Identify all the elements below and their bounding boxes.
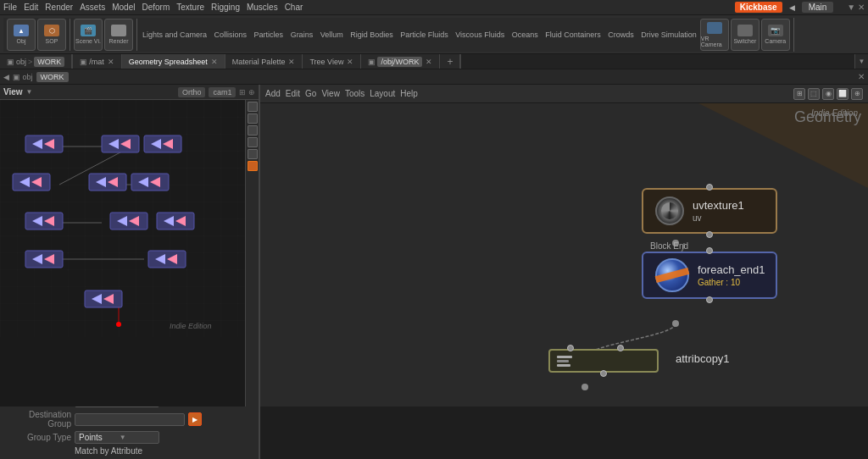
ortho-btn[interactable]: Ortho: [178, 87, 206, 97]
tab-options-btn[interactable]: ▼: [854, 54, 868, 69]
foreach-end-node[interactable]: Block End foreach_end1 Gather : 10: [642, 252, 777, 299]
rigging-menu[interactable]: Rigging: [211, 3, 240, 12]
render-btn[interactable]: Render: [104, 19, 133, 51]
camera-btn[interactable]: 📷 Camera: [761, 19, 790, 51]
sub-toolbar: ◀ ▣ obj WORK ✕: [0, 69, 868, 85]
tab-material-palette[interactable]: Material Palette ✕: [225, 54, 303, 69]
shelf-rigid[interactable]: Rigid Bodies: [350, 30, 393, 39]
dest-group-btn[interactable]: ▶: [188, 412, 202, 426]
window-controls[interactable]: ▼ ✕: [847, 3, 865, 12]
sop-mode-btn[interactable]: ⬡ SOP: [37, 19, 66, 51]
render-menu[interactable]: Render: [45, 3, 73, 12]
shelf-grains[interactable]: Grains: [291, 30, 314, 39]
view-menu-r[interactable]: View: [321, 89, 340, 98]
shelf-pf[interactable]: Particle Fluids: [400, 30, 448, 39]
uvtexture-node[interactable]: uvtexture1 uv: [642, 188, 777, 234]
muscles-menu[interactable]: Muscles: [247, 3, 278, 12]
panel-btn-2[interactable]: [248, 113, 258, 124]
panel-btn-6[interactable]: [248, 161, 258, 171]
obj-mode-btn[interactable]: ▲ Obj: [7, 19, 36, 51]
view-options-btn[interactable]: ▼: [26, 88, 33, 96]
group-type2-dropdown[interactable]: Points▼: [75, 431, 159, 444]
group-type2-row: Group Type Points▼: [3, 431, 255, 444]
tab-geo-spreadsheet[interactable]: Geometry Spreadsheet ✕: [122, 54, 225, 69]
dest-group-row: Destination Group ▶: [3, 410, 255, 429]
uvtexture-sublabel: uv: [693, 213, 744, 223]
main-window-title: Main: [802, 2, 834, 13]
attribcopy-bottom-connector: [600, 370, 607, 377]
tab-tree-view[interactable]: Tree View ✕: [303, 54, 361, 69]
panel-btn-5[interactable]: [248, 149, 258, 159]
right-node-editor: Add Edit Go View Tools Layout Help ⊞ ⬚ ◉…: [260, 85, 868, 406]
view-label: View: [3, 87, 23, 97]
dest-group-input[interactable]: [75, 413, 185, 426]
foreach-end-label: foreach_end1: [698, 263, 765, 276]
shelf-vellum[interactable]: Vellum: [320, 30, 343, 39]
sub-obj-label: ▣ obj: [13, 73, 33, 81]
editor-icon-1[interactable]: ⊞: [793, 88, 805, 100]
uvtexture-label: uvtexture1: [693, 199, 744, 212]
model-menu[interactable]: Model: [112, 3, 135, 12]
attribcopy-top-left-connector: [567, 345, 574, 351]
foreach-top-connector: [706, 247, 713, 254]
editor-zoom-fit[interactable]: ⊕: [851, 88, 863, 100]
edit-menu[interactable]: Edit: [24, 3, 38, 12]
svg-point-43: [116, 322, 121, 327]
sub-toolbar-close[interactable]: ✕: [858, 72, 865, 81]
char-menu[interactable]: Char: [285, 3, 303, 12]
panel-btn-3[interactable]: [248, 125, 258, 135]
left-viewport-panel: View ▼ Ortho cam1 ⊞ ⊕: [0, 85, 260, 406]
tab-work2-close[interactable]: ✕: [426, 58, 432, 66]
tab-row-main: ▣ obj > WORK ▣/mat ✕ Geometry Spreadshee…: [0, 54, 868, 69]
shelf-lights[interactable]: Lights and Camera: [142, 30, 207, 39]
edit-menu-r[interactable]: Edit: [286, 89, 300, 98]
shelf-vf[interactable]: Viscous Fluids: [455, 30, 504, 39]
shelf-particles[interactable]: Particles: [254, 30, 284, 39]
node-editor-canvas[interactable]: Indie Edition Geometry: [260, 103, 868, 406]
uvtexture-top-connector: [706, 184, 713, 191]
scene-btn[interactable]: 🎬 Scene Vi.: [74, 19, 103, 51]
tab-mat-close[interactable]: ✕: [108, 58, 114, 66]
editor-icon-4[interactable]: ⬜: [837, 88, 849, 100]
vr-camera-btn[interactable]: VR Camera: [700, 19, 729, 51]
tab-obj-work[interactable]: ▣ obj > WORK: [0, 54, 72, 69]
shelf-crowds[interactable]: Crowds: [608, 30, 634, 39]
switcher-btn[interactable]: Switcher: [731, 19, 760, 51]
shelf-fc[interactable]: Fluid Containers: [545, 30, 601, 39]
tools-menu[interactable]: Tools: [345, 89, 364, 98]
attribcopy-node[interactable]: attribcopy1: [548, 349, 659, 373]
attribcopy-icon: [557, 356, 572, 367]
viewport-canvas[interactable]: Indie Edition: [0, 100, 259, 406]
foreach-end-sublabel: Block End: [650, 241, 688, 251]
cam-btn[interactable]: cam1: [209, 87, 236, 97]
shelf-oceans[interactable]: Oceans: [512, 30, 538, 39]
match-by-attr-label: Match by Attribute: [75, 446, 142, 456]
tab-mat-palette-close[interactable]: ✕: [288, 58, 295, 66]
editor-icon-2[interactable]: ⬚: [808, 88, 820, 100]
geometry-label: Geometry: [794, 108, 861, 126]
shelf-drive[interactable]: Drive Simulation: [641, 30, 697, 39]
assets-menu[interactable]: Assets: [80, 3, 105, 12]
sub-work-btn[interactable]: WORK: [36, 72, 69, 82]
file-menu[interactable]: File: [3, 3, 17, 12]
tab-tree-close[interactable]: ✕: [347, 58, 353, 66]
panel-btn-1[interactable]: [248, 102, 258, 112]
layout-menu[interactable]: Layout: [370, 89, 395, 98]
help-menu[interactable]: Help: [400, 89, 418, 98]
tab-mat[interactable]: ▣/mat ✕: [73, 54, 122, 69]
uvtexture-bottom-connector: [706, 231, 713, 238]
texture-menu[interactable]: Texture: [176, 3, 204, 12]
panel-btn-4[interactable]: [248, 137, 258, 147]
editor-icon-3[interactable]: ◉: [822, 88, 834, 100]
go-menu[interactable]: Go: [305, 89, 316, 98]
foreach-icon: [655, 258, 689, 292]
node-graph-svg: Indie Edition: [0, 100, 259, 337]
app-name: Kickbase: [735, 2, 782, 13]
attribcopy-top-right-connector: [617, 345, 624, 351]
tab-geo-close[interactable]: ✕: [211, 58, 218, 66]
add-menu[interactable]: Add: [265, 89, 281, 98]
tab-obj-work2[interactable]: ▣ /obj/WORK ✕: [361, 54, 440, 69]
shelf-collisions[interactable]: Collisions: [214, 30, 248, 39]
deform-menu[interactable]: Deform: [142, 3, 170, 12]
tab-add[interactable]: +: [440, 54, 460, 69]
